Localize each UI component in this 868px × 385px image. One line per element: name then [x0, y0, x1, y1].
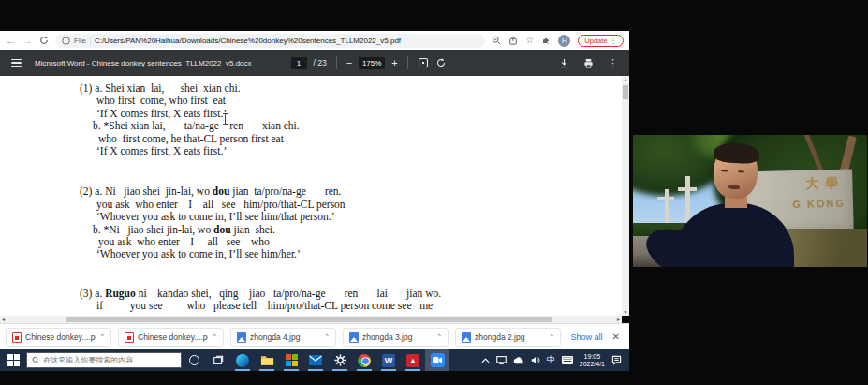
participant-mouth: [728, 185, 740, 190]
zoom-page-icon[interactable]: [492, 36, 501, 45]
ime-indicator[interactable]: 中: [547, 354, 555, 366]
taskbar-app-zoom[interactable]: [425, 349, 449, 371]
extensions-icon[interactable]: [541, 36, 551, 45]
taskbar-app-store[interactable]: [279, 349, 303, 371]
download-chip[interactable]: zhongda 4.jpg ⌃: [230, 328, 336, 347]
more-options-icon[interactable]: ⋮: [608, 57, 618, 69]
file-explorer-icon: [260, 354, 274, 366]
info-icon[interactable]: [62, 37, 70, 45]
text-cursor: [225, 113, 226, 125]
notification-center-icon[interactable]: [611, 355, 622, 365]
scroll-left-icon[interactable]: ◄: [1, 316, 6, 323]
doc-line: you ask who enter I all see who: [98, 236, 622, 248]
microsoft-store-icon: [286, 354, 298, 366]
download-chip[interactable]: Chinese donkey....pdf ⌃: [6, 328, 111, 347]
document-page[interactable]: (1) a. Shei xian lai, shei xian chi.who …: [0, 76, 622, 316]
taskbar-app-word[interactable]: W: [376, 349, 401, 371]
sculpture: [678, 187, 697, 191]
chevron-up-icon[interactable]: ⌃: [549, 333, 554, 341]
download-chip[interactable]: zhongda 3.jpg ⌃: [343, 328, 449, 347]
show-all-button[interactable]: Show all: [562, 333, 612, 342]
download-chip[interactable]: zhongda 2.jpg ⌃: [455, 328, 561, 347]
zoom-in-button[interactable]: +: [391, 58, 397, 68]
vertical-scroll-thumb[interactable]: [623, 85, 628, 99]
bookmark-star-icon[interactable]: ☆: [525, 36, 534, 45]
zoom-out-button[interactable]: −: [346, 58, 352, 68]
tray-monitor-icon[interactable]: [496, 356, 507, 364]
download-chip[interactable]: Chinese donkey....pdf ⌃: [118, 328, 224, 347]
taskbar-app-explorer[interactable]: [255, 349, 279, 371]
clock-time: 19:05: [584, 353, 601, 360]
taskbar-app-chrome[interactable]: [352, 349, 376, 371]
back-icon[interactable]: ←: [6, 36, 16, 46]
scroll-down-icon[interactable]: ▼: [622, 308, 629, 316]
download-icon[interactable]: [559, 58, 569, 68]
doc-line: if you see who please tell him/pro/that-…: [96, 300, 622, 312]
chevron-up-icon[interactable]: ⌃: [436, 333, 442, 341]
fit-page-icon[interactable]: [418, 57, 429, 68]
update-button[interactable]: Update ⋮: [578, 35, 624, 47]
taskbar-app-mail[interactable]: [303, 349, 328, 371]
close-downloads-icon[interactable]: ✕: [612, 332, 624, 342]
webcam-video[interactable]: 大學 G KONG: [633, 135, 867, 267]
chevron-up-icon[interactable]: ⌃: [324, 333, 330, 341]
start-button[interactable]: [0, 349, 26, 371]
download-filename: Chinese donkey....pdf: [25, 333, 96, 342]
taskbar-app-settings[interactable]: [328, 349, 352, 371]
profile-avatar[interactable]: H: [558, 35, 570, 47]
zoom-app-icon: [431, 353, 445, 367]
pdf-menu-icon[interactable]: [11, 59, 22, 67]
sign-english-text: G KONG: [792, 198, 846, 210]
taskbar-search-input[interactable]: [43, 356, 176, 364]
download-filename: zhongda 2.jpg: [475, 333, 545, 342]
taskbar-app-edge[interactable]: [230, 349, 255, 371]
page-number-input[interactable]: [291, 57, 307, 69]
doc-line: b. *Shei xian lai, ta/na-ge ren xian chi…: [93, 120, 622, 132]
tray-volume-icon[interactable]: [531, 356, 540, 364]
reload-icon[interactable]: [39, 36, 49, 45]
browser-menu-icon[interactable]: ⋮: [611, 37, 618, 45]
vertical-scrollbar[interactable]: ▲ ▼: [622, 76, 629, 316]
gear-icon: [334, 354, 346, 366]
ime-keyboard-icon[interactable]: [562, 356, 573, 364]
windows-taskbar: W ▲ 中 19:05 2022/4/1: [0, 349, 629, 371]
mail-icon: [309, 355, 322, 365]
chrome-icon: [358, 354, 371, 367]
scroll-up-icon[interactable]: ▲: [622, 76, 629, 83]
scroll-right-icon[interactable]: ►: [616, 316, 621, 323]
chevron-up-icon[interactable]: ⌃: [212, 333, 217, 341]
toolbar-divider: [407, 56, 408, 69]
document-content: (1) a. Shei xian lai, shei xian chi.who …: [0, 76, 622, 313]
taskbar-search[interactable]: [26, 352, 182, 368]
taskbar-clock[interactable]: 19:05 2022/4/1: [580, 353, 605, 368]
share-icon[interactable]: [508, 36, 518, 45]
chevron-up-icon[interactable]: ⌃: [99, 333, 105, 341]
system-tray: 中 19:05 2022/4/1: [474, 349, 629, 371]
cortana-button[interactable]: [182, 349, 206, 371]
rotate-icon[interactable]: [435, 57, 447, 68]
sculpture: [685, 176, 690, 225]
file-icon: [237, 332, 246, 343]
browser-toolbar: ← → File C:/Users/PAN%20Haihua/Downloads…: [0, 31, 629, 50]
doc-line: who first come, he that-CL person first …: [98, 133, 622, 145]
clock-date: 2022/4/1: [580, 361, 605, 367]
doc-line: ‘If X comes first, X eats first.’: [96, 145, 622, 157]
address-bar[interactable]: File C:/Users/PAN%20Haihua/Downloads/Chi…: [55, 34, 485, 48]
horizontal-scrollbar[interactable]: ◄ ►: [0, 316, 622, 323]
participant-eye: [721, 170, 728, 171]
doc-line: ‘Whoever you ask to come in, I’ll see hi…: [96, 211, 622, 223]
tray-chevron-icon[interactable]: [481, 358, 490, 363]
file-icon: [125, 332, 134, 343]
tray-cloud-icon[interactable]: [513, 357, 524, 364]
forward-icon[interactable]: →: [22, 36, 33, 46]
task-view-button[interactable]: [206, 349, 230, 371]
horizontal-scroll-thumb[interactable]: [66, 317, 552, 322]
download-filename: zhongda 3.jpg: [362, 333, 433, 342]
taskbar-app-acrobat[interactable]: ▲: [401, 349, 425, 371]
print-icon[interactable]: [583, 58, 594, 68]
update-label: Update: [584, 37, 607, 45]
file-icon: [349, 332, 359, 343]
doc-line: (3) a. Ruguo ni kandao shei, qing jiao t…: [80, 288, 622, 300]
pdf-viewer-toolbar: Microsoft Word - Chinese donkey sentence…: [0, 50, 629, 76]
download-filename: zhongda 4.jpg: [250, 333, 320, 342]
